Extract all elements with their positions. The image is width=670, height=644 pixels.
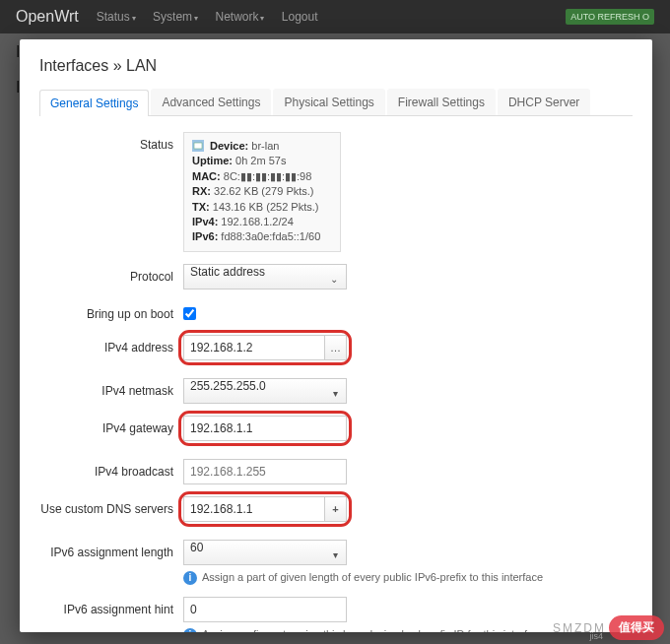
ipv4addr-label: IPv4 address xyxy=(39,335,183,354)
gateway-label: IPv4 gateway xyxy=(39,416,183,435)
v6hint-input[interactable] xyxy=(183,597,347,622)
status-label: Status xyxy=(39,132,183,152)
dns-label: Use custom DNS servers xyxy=(39,496,183,516)
broadcast-input[interactable] xyxy=(183,459,347,484)
nav-system[interactable]: System▾ xyxy=(153,10,198,24)
nav-network[interactable]: Network▾ xyxy=(215,10,264,24)
bringup-checkbox[interactable] xyxy=(183,307,196,320)
tab-advanced-settings[interactable]: Advanced Settings xyxy=(151,89,271,115)
ipv4addr-extra-button[interactable]: … xyxy=(325,335,347,360)
ipv4addr-input[interactable] xyxy=(183,335,325,360)
chevron-down-icon: ⌄ xyxy=(330,274,338,285)
tabs: General Settings Advanced Settings Physi… xyxy=(39,89,633,116)
status-box: Device: br-lan Uptime: 0h 2m 57s MAC: 8C… xyxy=(183,132,341,252)
v6hint-label: IPv6 assignment hint xyxy=(39,597,183,616)
tab-physical-settings[interactable]: Physical Settings xyxy=(273,89,384,115)
svg-rect-1 xyxy=(194,143,202,149)
watermark: SMZDM 值得买 jis4 xyxy=(553,615,664,640)
netmask-select[interactable]: 255.255.255.0▾ xyxy=(183,378,347,404)
tab-firewall-settings[interactable]: Firewall Settings xyxy=(387,89,496,115)
info-icon: i xyxy=(183,571,197,585)
protocol-label: Protocol xyxy=(39,264,183,284)
protocol-select[interactable]: Static address⌄ xyxy=(183,264,347,290)
nav-status[interactable]: Status▾ xyxy=(97,10,136,24)
modal-title: Interfaces » LAN xyxy=(39,57,633,75)
brand[interactable]: OpenWrt xyxy=(16,8,79,26)
info-icon: i xyxy=(183,628,197,632)
netmask-label: IPv4 netmask xyxy=(39,378,183,398)
v6len-select[interactable]: 60▾ xyxy=(183,540,347,565)
broadcast-label: IPv4 broadcast xyxy=(39,459,183,479)
chevron-down-icon: ▾ xyxy=(333,388,338,399)
bridge-icon xyxy=(192,140,204,152)
v6len-label: IPv6 assignment length xyxy=(39,540,183,559)
dns-add-button[interactable]: + xyxy=(325,496,347,522)
tab-general-settings[interactable]: General Settings xyxy=(39,90,149,116)
top-navbar: OpenWrt Status▾ System▾ Network▾ Logout … xyxy=(0,0,670,33)
gateway-input[interactable] xyxy=(183,416,347,441)
interface-modal: Interfaces » LAN General Settings Advanc… xyxy=(20,39,652,632)
autorefresh-badge[interactable]: AUTO REFRESH O xyxy=(566,9,654,25)
nav-links: Status▾ System▾ Network▾ Logout xyxy=(97,10,332,24)
nav-logout[interactable]: Logout xyxy=(282,10,318,24)
tab-dhcp-server[interactable]: DHCP Server xyxy=(498,89,590,115)
dns-input[interactable] xyxy=(183,496,325,522)
chevron-down-icon: ▾ xyxy=(333,549,338,560)
bringup-label: Bring up on boot xyxy=(39,301,183,321)
